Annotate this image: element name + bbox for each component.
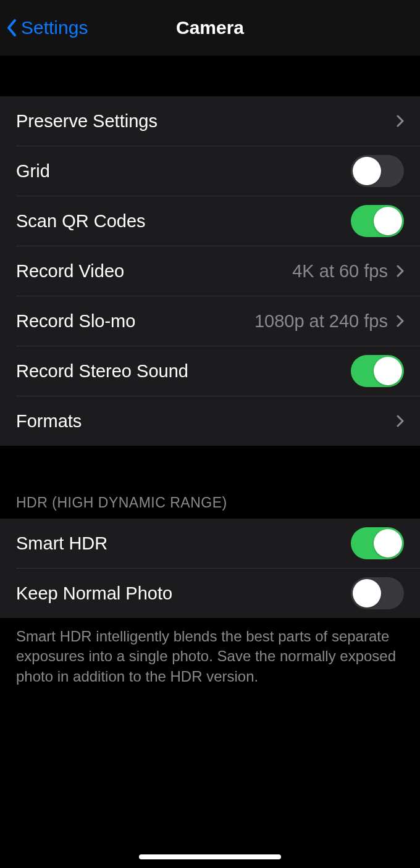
section-footer-hdr: Smart HDR intelligently blends the best … bbox=[0, 618, 420, 686]
toggle-knob bbox=[353, 579, 381, 607]
row-label: Smart HDR bbox=[16, 533, 107, 554]
section-header-text: HDR (HIGH DYNAMIC RANGE) bbox=[16, 495, 227, 511]
row-label: Keep Normal Photo bbox=[16, 583, 172, 604]
chevron-left-icon bbox=[6, 19, 17, 37]
row-value: 1080p at 240 fps bbox=[254, 311, 388, 332]
toggle-scan-qr[interactable] bbox=[351, 205, 404, 237]
toggle-knob bbox=[353, 157, 381, 185]
row-value: 4K at 60 fps bbox=[292, 261, 388, 282]
chevron-right-icon bbox=[397, 415, 404, 427]
navigation-bar: Settings Camera bbox=[0, 0, 420, 56]
settings-group-main: Preserve Settings Grid Scan QR Codes Rec… bbox=[0, 96, 420, 446]
toggle-knob bbox=[374, 357, 402, 385]
row-smart-hdr[interactable]: Smart HDR bbox=[0, 519, 420, 568]
chevron-right-icon bbox=[397, 315, 404, 327]
back-button[interactable]: Settings bbox=[6, 17, 88, 38]
row-label: Record Slo-mo bbox=[16, 311, 135, 332]
row-grid[interactable]: Grid bbox=[0, 146, 420, 196]
row-record-video[interactable]: Record Video 4K at 60 fps bbox=[0, 246, 420, 296]
row-label: Scan QR Codes bbox=[16, 211, 146, 232]
settings-group-hdr: Smart HDR Keep Normal Photo bbox=[0, 519, 420, 618]
row-keep-normal-photo[interactable]: Keep Normal Photo bbox=[0, 569, 420, 618]
row-label: Preserve Settings bbox=[16, 111, 158, 131]
row-label: Record Video bbox=[16, 261, 124, 282]
row-record-slomo[interactable]: Record Slo-mo 1080p at 240 fps bbox=[0, 296, 420, 346]
section-header-hdr: HDR (HIGH DYNAMIC RANGE) bbox=[0, 482, 420, 519]
row-preserve-settings[interactable]: Preserve Settings bbox=[0, 96, 420, 146]
row-label: Formats bbox=[16, 411, 82, 432]
toggle-stereo-sound[interactable] bbox=[351, 355, 404, 387]
toggle-smart-hdr[interactable] bbox=[351, 527, 404, 559]
toggle-grid[interactable] bbox=[351, 155, 404, 187]
row-record-stereo-sound[interactable]: Record Stereo Sound bbox=[0, 346, 420, 396]
home-indicator[interactable] bbox=[139, 854, 281, 859]
section-gap bbox=[0, 446, 420, 482]
toggle-knob bbox=[374, 207, 402, 235]
row-label: Record Stereo Sound bbox=[16, 361, 188, 382]
chevron-right-icon bbox=[397, 265, 404, 277]
chevron-right-icon bbox=[397, 115, 404, 127]
row-formats[interactable]: Formats bbox=[0, 396, 420, 446]
spacer bbox=[0, 56, 420, 96]
section-footer-text: Smart HDR intelligently blends the best … bbox=[16, 628, 396, 685]
page-title: Camera bbox=[176, 17, 244, 38]
row-label: Grid bbox=[16, 161, 50, 182]
toggle-keep-normal-photo[interactable] bbox=[351, 577, 404, 609]
back-label: Settings bbox=[21, 17, 88, 38]
toggle-knob bbox=[374, 529, 402, 557]
row-scan-qr-codes[interactable]: Scan QR Codes bbox=[0, 196, 420, 246]
